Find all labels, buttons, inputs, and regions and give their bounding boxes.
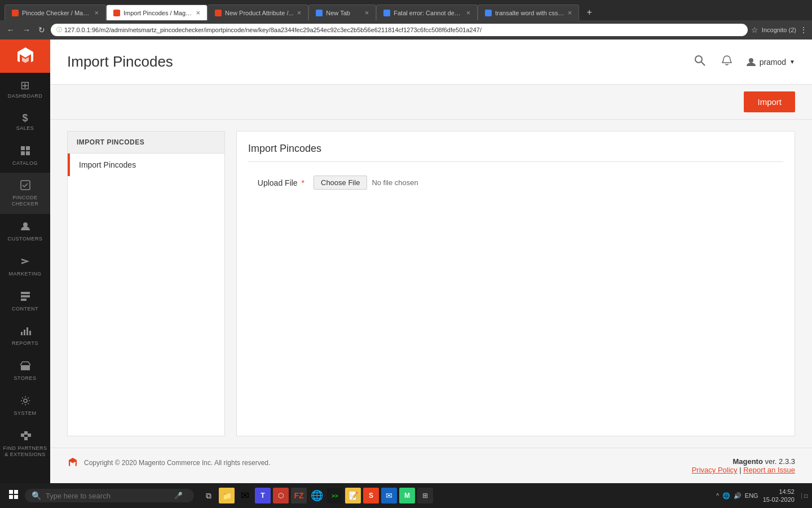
system-icon xyxy=(20,395,31,408)
choose-file-button[interactable]: Choose File xyxy=(314,176,367,190)
taskbar-right: ^ 🌐 🔊 ENG 14:52 15-02-2020 □ xyxy=(716,488,807,504)
svg-point-22 xyxy=(749,58,753,63)
tab-close-1[interactable]: × xyxy=(94,8,99,17)
dashboard-label: DASHBOARD xyxy=(8,93,43,99)
lang-indicator: ENG xyxy=(745,492,758,499)
footer-left: Copyright © 2020 Magento Commerce Inc. A… xyxy=(67,457,270,468)
sidebar-item-dashboard[interactable]: ⊞ DASHBOARD xyxy=(0,73,50,106)
tab-pincode-checker[interactable]: Pincode Checker / Magen... × xyxy=(5,5,106,20)
customers-label: CUSTOMERS xyxy=(8,236,43,242)
catalog-icon xyxy=(20,145,31,158)
pincode-checker-icon xyxy=(20,179,31,192)
sidebar-item-find-partners[interactable]: FIND PARTNERS & EXTENSIONS xyxy=(0,423,50,465)
address-bar[interactable]: ⓘ 127.0.0.1:96/m2/admin/netsmartz_pincod… xyxy=(51,24,748,36)
report-issue-link[interactable]: Report an Issue xyxy=(743,466,795,474)
chrome-icon[interactable]: 🌐 xyxy=(309,488,325,503)
task-view-icon[interactable]: ⧉ xyxy=(201,488,217,503)
svg-rect-9 xyxy=(21,299,27,301)
search-icon xyxy=(694,55,705,66)
taskbar-app-icons: ⧉ 📁 ✉ T ⬡ FZ 🌐 >> 📝 S ✉ M ⊞ xyxy=(201,488,433,503)
privacy-policy-link[interactable]: Privacy Policy xyxy=(692,466,738,474)
user-menu-button[interactable]: pramod ▼ xyxy=(746,57,795,67)
back-button[interactable]: ← xyxy=(5,24,17,36)
left-panel: IMPORT PINCODES Import Pincodes xyxy=(67,131,225,436)
email2-icon[interactable]: ✉ xyxy=(381,488,397,503)
catalog-label: CATALOG xyxy=(12,160,38,167)
app12-icon[interactable]: ⊞ xyxy=(417,488,433,503)
app5-icon[interactable]: ⬡ xyxy=(273,488,289,503)
tab-close-3[interactable]: × xyxy=(297,8,302,17)
taskbar-search[interactable]: 🔍 🎤 xyxy=(25,489,194,502)
sidebar-item-marketing[interactable]: MARKETING xyxy=(0,249,50,284)
notes-icon[interactable]: 📝 xyxy=(345,488,361,503)
incognito-icon[interactable]: Incognito (2) xyxy=(762,27,796,33)
svg-rect-3 xyxy=(26,151,30,155)
mail-icon[interactable]: ✉ xyxy=(237,488,253,503)
tab-label-2: Import Pincodes / Magen... xyxy=(123,10,192,16)
new-tab-button[interactable]: + xyxy=(581,5,597,20)
show-desktop-icon[interactable]: □ xyxy=(801,493,807,499)
secure-icon: ⓘ xyxy=(56,26,62,34)
sidebar-item-catalog[interactable]: CATALOG xyxy=(0,138,50,173)
tray-arrow[interactable]: ^ xyxy=(716,493,719,499)
search-button[interactable] xyxy=(692,52,708,71)
start-button[interactable] xyxy=(5,488,23,503)
svg-rect-10 xyxy=(21,332,23,335)
sidebar-item-stores[interactable]: STORES xyxy=(0,353,50,388)
page-footer: Copyright © 2020 Magento Commerce Inc. A… xyxy=(50,448,812,483)
tab-favicon-1 xyxy=(12,10,19,16)
tab-label-3: New Product Attribute /... xyxy=(225,10,294,16)
reload-button[interactable]: ↻ xyxy=(36,24,47,36)
sidebar-item-reports[interactable]: REPORTS xyxy=(0,318,50,353)
sidebar-item-system[interactable]: SYSTEM xyxy=(0,388,50,423)
tab-close-5[interactable]: × xyxy=(466,8,471,17)
sidebar-item-sales[interactable]: $ SALES xyxy=(0,106,50,138)
upload-file-row: Upload File * Choose File No file chosen xyxy=(248,176,783,190)
tab-new-product-attribute[interactable]: New Product Attribute /... × xyxy=(208,5,308,20)
notifications-button[interactable] xyxy=(719,52,735,71)
marketing-icon xyxy=(20,256,31,269)
required-marker: * xyxy=(302,178,304,187)
filezilla-icon[interactable]: FZ xyxy=(291,488,307,503)
terminal-icon[interactable]: >> xyxy=(327,488,343,503)
tab-label-1: Pincode Checker / Magen... xyxy=(22,10,91,16)
tab-close-6[interactable]: × xyxy=(568,8,572,17)
svg-line-21 xyxy=(701,62,705,65)
right-panel: Import Pincodes Upload File * Choose Fil… xyxy=(236,131,795,436)
stores-icon xyxy=(20,360,31,373)
import-button[interactable]: Import xyxy=(744,91,795,112)
svg-marker-6 xyxy=(21,259,29,264)
svg-rect-12 xyxy=(27,327,28,335)
svg-rect-23 xyxy=(9,490,13,494)
forward-button[interactable]: → xyxy=(20,24,33,36)
browser-chrome: Pincode Checker / Magen... × Import Pinc… xyxy=(0,0,812,40)
footer-copyright: Copyright © 2020 Magento Commerce Inc. A… xyxy=(84,459,270,467)
file-input-wrapper: Choose File No file chosen xyxy=(314,176,418,190)
browser-toolbar: ← → ↻ ⓘ 127.0.0.1:96/m2/admin/netsmartz_… xyxy=(0,20,812,40)
browser-tabs: Pincode Checker / Magen... × Import Pinc… xyxy=(0,0,812,20)
tab-import-pincodes[interactable]: Import Pincodes / Magen... × xyxy=(106,5,208,20)
left-panel-header: IMPORT PINCODES xyxy=(68,132,224,154)
sidebar-item-pincode-checker[interactable]: PINCODE CHECKER xyxy=(0,173,50,214)
menu-icon[interactable]: ⋮ xyxy=(800,25,807,34)
bookmark-icon[interactable]: ☆ xyxy=(751,25,758,34)
app9-icon[interactable]: S xyxy=(363,488,379,503)
tab-close-4[interactable]: × xyxy=(365,8,369,17)
sidebar-item-customers[interactable]: CUSTOMERS xyxy=(0,214,50,249)
taskbar-search-input[interactable] xyxy=(46,492,170,500)
app11-icon[interactable]: M xyxy=(399,488,415,503)
file-explorer-icon[interactable]: 📁 xyxy=(219,488,235,503)
toolbar-right: ☆ Incognito (2) ⋮ xyxy=(751,25,807,34)
svg-rect-19 xyxy=(24,437,28,440)
tab-favicon-4 xyxy=(316,10,323,16)
tab-fatal-error[interactable]: Fatal error: Cannot declar... × xyxy=(376,5,478,20)
content-label: CONTENT xyxy=(12,306,38,312)
tab-label-4: New Tab xyxy=(326,10,361,16)
tab-close-2[interactable]: × xyxy=(196,8,200,17)
teams-icon[interactable]: T xyxy=(255,488,271,503)
sidebar-item-content[interactable]: CONTENT xyxy=(0,284,50,319)
tab-translate[interactable]: transalte word with css -... × xyxy=(478,5,579,20)
sidebar: ⊞ DASHBOARD $ SALES CATALOG PINCODE CHEC… xyxy=(0,40,50,483)
tab-new-tab[interactable]: New Tab × xyxy=(308,5,376,20)
left-panel-item-import-pincodes[interactable]: Import Pincodes xyxy=(68,154,224,176)
